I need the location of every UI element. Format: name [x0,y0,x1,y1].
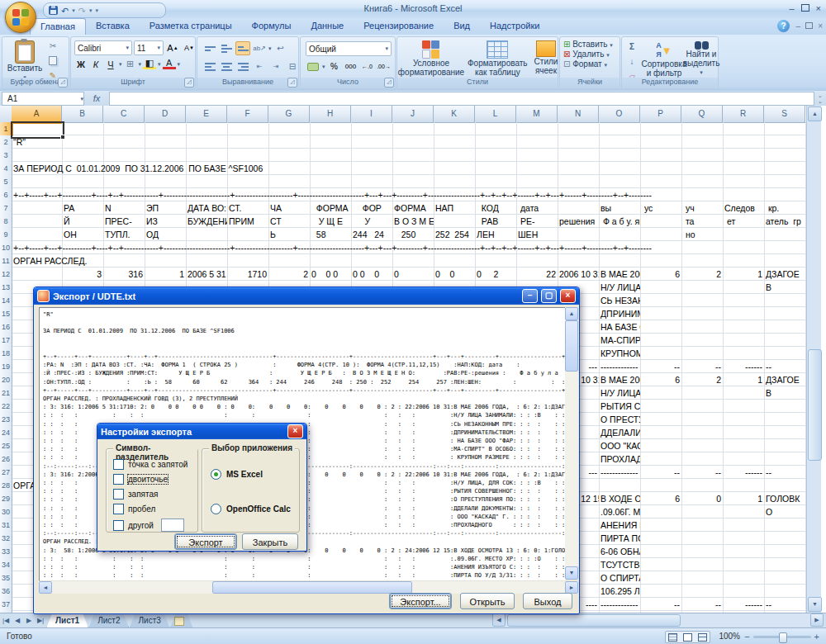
delete-cells-button[interactable]: ⊠ Удалить ▾ [563,50,616,59]
grid-cell-O36[interactable]: 106.295 Л [599,585,640,598]
grid-cell-S20[interactable]: ДЗАГОЕ [764,373,805,386]
other-separator-input[interactable] [161,519,184,532]
grid-cell-J8[interactable]: В О З М Е [392,215,434,228]
row-header-24[interactable]: 24 [0,426,12,440]
increase-decimal-icon[interactable]: ←.0 [360,59,375,73]
grid-cell-O25[interactable]: ООО "КАС [599,439,640,452]
tab-Разметка страницы[interactable]: Разметка страницы [140,18,242,35]
column-header-D[interactable]: D [145,106,186,123]
grid-cell-D8[interactable]: ИЗ [145,215,186,228]
row-header-23[interactable]: 23 [0,413,12,427]
row-header-21[interactable]: 21 [0,386,12,400]
decrease-indent-icon[interactable]: ⇤ [252,59,267,73]
zoom-knob[interactable] [779,632,787,643]
row-header-13[interactable]: 13 [0,281,12,295]
checkbox-icon[interactable] [113,504,124,514]
grid-cell-O32[interactable]: ПИРТА ПО [599,532,640,545]
font-dialog-launcher[interactable]: ◿ [184,78,194,88]
align-middle-icon[interactable] [219,41,234,55]
export-vscroll-thumb[interactable] [565,320,578,372]
grid-cell-B7[interactable]: РА [62,201,103,215]
grid-cell-S30[interactable]: О [764,505,805,519]
export-scroll-down-icon[interactable]: ▼ [565,566,578,580]
grid-cell-K9[interactable]: 252 254 [434,228,475,241]
tab-Данные[interactable]: Данные [301,18,354,35]
horizontal-scroll-thumb[interactable] [507,614,681,627]
name-box[interactable]: A1▾ [2,92,84,106]
export-maximize-icon[interactable]: ▢ [541,289,557,303]
row-header-22[interactable]: 22 [0,400,12,414]
grid-cell-E8[interactable]: БУЖДЕНИ [186,215,227,228]
grid-cell-E7[interactable]: ДАТА ВО: [186,201,227,215]
export-horizontal-scrollbar[interactable]: ◄ ► [39,581,578,594]
tab-Рецензирование[interactable]: Рецензирование [354,18,444,35]
grid-cell-R8[interactable]: ет [723,215,764,228]
grid-cell-O12[interactable]: В МАЕ 200 [599,268,640,281]
column-header-O[interactable]: O [599,106,640,123]
grow-font-icon[interactable]: A▲ [165,41,180,55]
radio-MS Excel[interactable]: MS Excel [211,469,263,480]
radio-OpenOffice Calc[interactable]: OpenOffice Calc [211,504,291,514]
workbook-close-icon[interactable]: × [818,21,823,31]
grid-cell-F7[interactable]: СТ. [227,201,268,215]
settings-export-button[interactable]: Экспорт [174,533,237,550]
checkbox-запятая[interactable]: запятая [113,489,158,500]
office-button[interactable] [5,2,36,33]
grid-cell-F8[interactable]: ПРИМ [227,215,268,228]
row-header-17[interactable]: 17 [0,334,12,348]
grid-cell-I9[interactable]: 244 24 [351,228,392,241]
export-dialog-titlebar[interactable]: Экспорт / UDTE.txt – ▢ × [34,287,579,305]
row-header-16[interactable]: 16 [0,320,12,334]
align-center-icon[interactable] [219,59,234,73]
orientation-icon[interactable]: ab↗ [252,41,267,55]
grid-cell-Q9[interactable]: но [681,228,723,241]
grid-cell-G8[interactable]: СТ [268,215,310,228]
cut-icon[interactable]: ✂ [45,39,60,53]
column-header-R[interactable]: R [723,106,764,123]
redo-dropdown-icon[interactable]: ▾ [89,7,93,14]
grid-cell-O18[interactable]: КРУПНОМ [599,347,640,360]
number-dialog-launcher[interactable]: ◿ [384,78,394,88]
paste-button[interactable]: Вставить ▾ [4,39,45,83]
sheet-tab-Лист1[interactable]: Лист1 [46,613,88,628]
grid-cell-O15[interactable]: ДПРИНИМА [599,307,640,320]
column-header-K[interactable]: K [434,106,475,123]
row-header-6[interactable]: 6 [0,188,12,202]
grid-cell-K7[interactable]: НАП [434,201,475,215]
row-header-33[interactable]: 33 [0,545,12,559]
restore-icon[interactable] [801,3,809,13]
tab-Формулы[interactable]: Формулы [242,18,301,35]
currency-icon[interactable] [306,59,320,73]
grid-cell-D7[interactable]: ЭП [145,201,186,215]
column-header-B[interactable]: B [62,106,103,123]
grid-cell-P37[interactable]: -- [640,598,681,611]
tab-Вид[interactable]: Вид [444,18,480,35]
grid-cell-R27[interactable]: ------ [723,466,764,479]
row-header-27[interactable]: 27 [0,466,12,480]
grid-cell-G7[interactable]: ЧА [268,201,310,215]
grid-cell-H12[interactable]: 0 0 0 [310,268,351,281]
font-color-icon[interactable]: А [163,59,176,69]
sheet-horizontal-scrollbar[interactable]: ◀ ▶ [492,613,823,627]
grid-cell-O20[interactable]: В МАЕ 200 [599,373,640,386]
merge-center-icon[interactable]: ⊟ [285,59,300,73]
grid-cell-I12[interactable]: 0 0 0 [351,268,392,281]
grid-cell-R19[interactable]: ------ [723,360,764,373]
grid-cell-Q27[interactable]: -- [681,466,723,479]
grid-cell-O27[interactable]: ------------- -- [599,466,640,479]
grid-cell-J12[interactable]: 0 [392,268,434,281]
column-header-J[interactable]: J [392,106,434,123]
export-scroll-left-icon[interactable]: ◄ [39,581,52,594]
settings-close-button[interactable]: Закрыть [242,533,298,550]
grid-cell-B9[interactable]: ОН [62,228,103,241]
grid-cell-M8[interactable]: РЕ- [516,215,558,228]
selection-box[interactable] [11,121,64,139]
grid-cell-O8[interactable]: Ф а б у. яв [599,215,640,228]
fill-icon[interactable]: ↓ [624,54,639,69]
row-header-5[interactable]: 5 [0,175,12,189]
column-header-M[interactable]: M [516,106,558,123]
column-header-S[interactable]: S [764,106,805,123]
qat-customize-icon[interactable]: ▾ [95,7,98,14]
export-vertical-scrollbar[interactable]: ▲ ▼ [565,307,578,580]
tab-Вставка[interactable]: Вставка [86,18,140,35]
